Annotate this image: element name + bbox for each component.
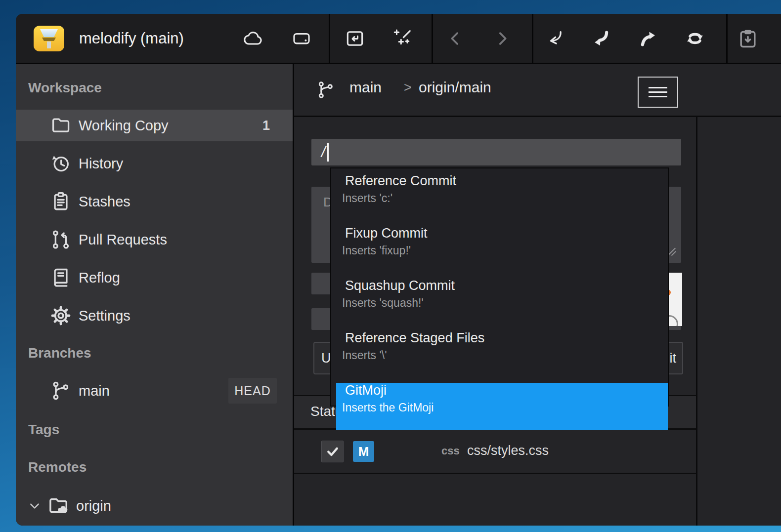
check-icon: [325, 444, 340, 459]
remote-folder-icon: [47, 494, 70, 517]
drive-icon[interactable]: [290, 14, 313, 63]
gitmoji-preview-arc: [667, 315, 678, 326]
sidebar-item-history[interactable]: History: [16, 148, 293, 179]
commit-summary-input[interactable]: /: [311, 139, 681, 165]
sidebar-item-remote-origin[interactable]: origin: [16, 490, 293, 522]
main-panel: main > origin/main / Description: [294, 64, 781, 526]
autocomplete-item-fixup-commit[interactable]: Fixup Commit Inserts 'fixup!': [331, 226, 668, 273]
sidebar-item-label: Stashes: [79, 194, 130, 210]
book-icon: [49, 266, 72, 289]
sidebar-section-workspace: Workspace: [16, 79, 293, 97]
sidebar-item-pull-requests[interactable]: Pull Requests: [16, 224, 293, 255]
autocomplete-subtitle: Inserts '\': [342, 349, 668, 362]
autocomplete-title: GitMoji: [345, 383, 668, 398]
breadcrumb-bar: main > origin/main: [294, 64, 781, 117]
app-window: melodify (main): [16, 14, 781, 526]
pull-outline-icon[interactable]: [544, 14, 567, 63]
push-icon[interactable]: [636, 14, 659, 63]
desktop-background: melodify (main): [0, 0, 781, 532]
autocomplete-subtitle: Inserts 'fixup!': [342, 244, 668, 257]
autocomplete-title: Reference Commit: [345, 173, 668, 189]
autocomplete-item-reference-commit[interactable]: Reference Commit Inserts 'c:': [331, 173, 668, 221]
gear-icon: [49, 304, 72, 327]
sidebar-item-label: History: [79, 156, 123, 172]
branch-icon: [49, 379, 72, 402]
gitmoji-preview: [667, 273, 682, 326]
sync-icon[interactable]: [683, 14, 707, 63]
head-badge: HEAD: [228, 378, 277, 404]
table-row[interactable]: M css css/styles.css: [294, 430, 696, 474]
breadcrumb-upstream[interactable]: origin/main: [419, 79, 491, 96]
open-folder-icon[interactable]: [343, 14, 367, 63]
autocomplete-subtitle: Inserts the GitMoji: [342, 401, 668, 414]
file-type-label: css: [441, 445, 460, 457]
summary-text: /: [321, 143, 326, 161]
toolbar-divider: [532, 14, 533, 63]
sidebar-section-branches: Branches: [16, 344, 293, 362]
pull-request-icon: [49, 228, 72, 251]
toolbar-divider: [329, 14, 330, 63]
forward-icon[interactable]: [490, 14, 514, 63]
sidebar-section-tags: Tags: [16, 421, 293, 439]
branch-icon: [316, 80, 336, 102]
file-name: css/styles.css: [467, 443, 549, 458]
stage-checkbox[interactable]: [321, 441, 344, 462]
autocomplete-item-squashup-commit[interactable]: Squashup Commit Inserts 'squash!': [331, 278, 668, 326]
stash-clipboard-icon[interactable]: [736, 14, 760, 63]
folder-icon: [49, 114, 72, 137]
sidebar-item-label: Pull Requests: [79, 232, 167, 248]
working-copy-count-badge: 1: [262, 118, 270, 133]
autocomplete-subtitle: Inserts 'c:': [342, 192, 668, 205]
sidebar-item-label: Settings: [79, 308, 130, 324]
toolbar-divider: [726, 14, 728, 63]
back-icon[interactable]: [443, 14, 467, 63]
sidebar: Workspace Working Copy 1 History: [16, 64, 294, 526]
sidebar-item-label: origin: [76, 498, 111, 514]
overflow-menu-button[interactable]: [638, 77, 678, 108]
autocomplete-subtitle: Inserts 'squash!': [342, 296, 668, 310]
sidebar-item-label: Working Copy: [79, 118, 169, 134]
panel-divider[interactable]: [696, 64, 697, 526]
autocomplete-item-gitmoji[interactable]: GitMoji Inserts the GitMoji: [336, 383, 668, 430]
sidebar-item-label: Reflog: [79, 270, 120, 286]
pull-icon[interactable]: [590, 14, 613, 63]
autocomplete-title: Reference Staged Files: [345, 330, 668, 346]
autocomplete-title: Squashup Commit: [345, 278, 668, 293]
hamburger-icon: [649, 84, 667, 100]
modified-status-badge: M: [353, 441, 374, 462]
toolbar-divider: [432, 14, 433, 63]
app-logo-icon: [34, 26, 64, 51]
text-caret: [327, 143, 329, 162]
autocomplete-item-reference-staged-files[interactable]: Reference Staged Files Inserts '\': [331, 330, 668, 378]
sidebar-item-working-copy[interactable]: Working Copy 1: [16, 110, 293, 141]
title-bar: melodify (main): [16, 14, 781, 64]
chevron-down-icon[interactable]: [28, 499, 43, 512]
autocomplete-title: Fixup Commit: [345, 226, 668, 241]
breadcrumb-separator: >: [404, 80, 412, 95]
sidebar-item-branch-main[interactable]: main HEAD: [16, 375, 293, 407]
window-title: melodify (main): [79, 14, 184, 63]
sidebar-section-remotes: Remotes: [16, 458, 293, 476]
sidebar-item-settings[interactable]: Settings: [16, 300, 293, 331]
autocomplete-dropdown: Reference Commit Inserts 'c:' Fixup Comm…: [330, 167, 669, 407]
breadcrumb-branch[interactable]: main: [349, 79, 382, 96]
history-icon: [49, 152, 72, 175]
sidebar-item-reflog[interactable]: Reflog: [16, 262, 293, 293]
clipboard-icon: [49, 190, 72, 213]
cloud-icon[interactable]: [241, 14, 265, 63]
sidebar-item-stashes[interactable]: Stashes: [16, 186, 293, 217]
sidebar-item-label: main: [79, 383, 110, 399]
magic-wand-icon[interactable]: [390, 14, 414, 63]
